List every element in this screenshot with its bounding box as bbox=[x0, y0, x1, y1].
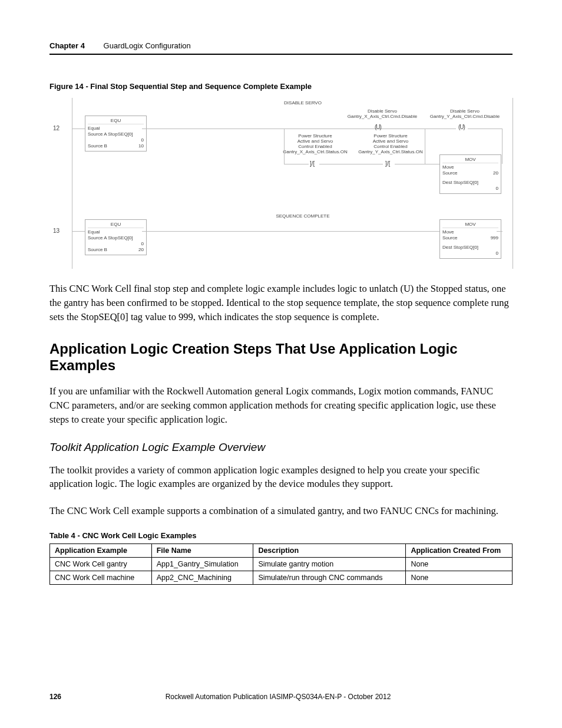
section-heading: Application Logic Creation Steps That Us… bbox=[49, 341, 513, 374]
power-x-label: Power StructureActive and ServoControl E… bbox=[283, 133, 348, 154]
unlatch-coil-icon: (U) bbox=[375, 124, 381, 130]
unlatch-coil-icon: (U) bbox=[458, 124, 465, 130]
subsection-heading: Toolkit Application Logic Example Overvi… bbox=[49, 441, 513, 454]
th: Description bbox=[253, 544, 406, 558]
paragraph: If you are unfamiliar with the Rockwell … bbox=[49, 384, 513, 427]
header-rule bbox=[49, 54, 513, 55]
ladder-diagram: 12 DISABLE SERVO EQU Equal Source A Stop… bbox=[49, 98, 513, 269]
th: Application Example bbox=[50, 544, 152, 558]
table-row: CNC Work Cell machine App2_CNC_Machining… bbox=[50, 571, 513, 585]
rung-title: SEQUENCE COMPLETE bbox=[262, 213, 344, 219]
rung-title: DISABLE SERVO bbox=[267, 100, 338, 106]
page-footer: 126 Rockwell Automation Publication IASI… bbox=[49, 693, 513, 701]
logic-examples-table: Application Example File Name Descriptio… bbox=[49, 543, 513, 585]
table-row: CNC Work Cell gantry App1_Gantry_Simulat… bbox=[50, 558, 513, 571]
rung-number: 13 bbox=[53, 228, 59, 234]
publication-id: Rockwell Automation Publication IASIMP-Q… bbox=[166, 693, 391, 701]
page-number: 126 bbox=[49, 693, 61, 701]
table-header-row: Application Example File Name Descriptio… bbox=[50, 544, 513, 558]
xic-contact-icon: ]/[ bbox=[310, 160, 315, 167]
mov-block: MOV Move Source999 Dest StopSEQ[0] 0 bbox=[439, 219, 501, 259]
chapter-label: Chapter 4 bbox=[49, 41, 85, 50]
table-caption: Table 4 - CNC Work Cell Logic Examples bbox=[49, 531, 513, 540]
mov-block: MOV Move Source20 Dest StopSEQ[0] 0 bbox=[439, 154, 501, 194]
figure-caption: Figure 14 - Final Stop Sequential Step a… bbox=[49, 82, 513, 91]
rung-number: 12 bbox=[53, 125, 59, 131]
paragraph: The toolkit provides a variety of common… bbox=[49, 463, 513, 492]
th: File Name bbox=[151, 544, 253, 558]
chapter-title: GuardLogix Configuration bbox=[104, 41, 191, 50]
running-header: Chapter 4 GuardLogix Configuration bbox=[49, 41, 513, 50]
power-y-label: Power StructureActive and ServoControl E… bbox=[358, 133, 423, 154]
th: Application Created From bbox=[406, 544, 513, 558]
disable-y-label: Disable ServoGantry_Y_Axis_Ctrl.Cmd.Disa… bbox=[427, 108, 503, 119]
paragraph: The CNC Work Cell example supports a com… bbox=[49, 504, 513, 518]
equ-block: EQU Equal Source A StopSEQ[0] 0 Source B… bbox=[85, 116, 147, 151]
xic-contact-icon: ]/[ bbox=[385, 160, 390, 167]
disable-x-label: Disable ServoGantry_X_Axis_Ctrl.Cmd.Disa… bbox=[344, 108, 421, 119]
paragraph: This CNC Work Cell final stop step and c… bbox=[49, 282, 513, 324]
equ-block: EQU Equal Source A StopSEQ[0] 0 Source B… bbox=[85, 219, 147, 255]
